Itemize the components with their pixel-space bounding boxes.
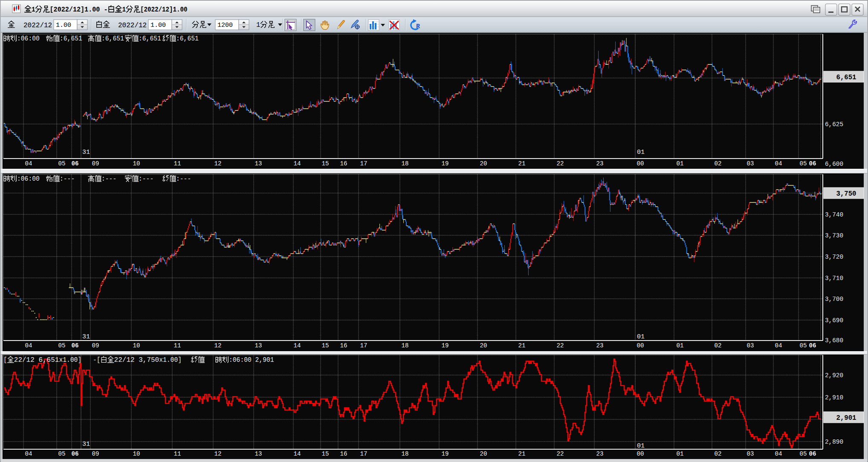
svg-text:3,710: 3,710 (825, 275, 843, 282)
svg-text:17: 17 (360, 450, 367, 458)
svg-text:23: 23 (596, 160, 604, 167)
svg-text:13: 13 (255, 160, 262, 167)
svg-text:01: 01 (677, 450, 684, 458)
svg-text:1: 1 (32, 6, 35, 14)
svg-text:17: 17 (360, 342, 367, 349)
svg-text:3,740: 3,740 (825, 211, 843, 219)
svg-text:2022/12: 2022/12 (118, 22, 147, 29)
svg-text:01: 01 (637, 333, 645, 341)
svg-text:01: 01 (677, 160, 684, 167)
svg-text:[2022/12]1.00 -: [2022/12]1.00 - (50, 6, 108, 14)
svg-text:20: 20 (480, 342, 487, 349)
svg-text::---: :--- (139, 175, 153, 183)
svg-text:1.00]: 1.00] (163, 356, 182, 364)
svg-text:31: 31 (82, 441, 90, 448)
svg-text:18: 18 (402, 450, 409, 458)
svg-text:3,720: 3,720 (825, 254, 843, 261)
svg-text:6,600: 6,600 (825, 161, 843, 168)
svg-text:03: 03 (747, 342, 754, 349)
svg-text::---: :--- (101, 175, 116, 183)
svg-text:04: 04 (775, 160, 782, 167)
svg-text:04: 04 (775, 450, 782, 458)
svg-text:2,890: 2,890 (825, 439, 843, 446)
svg-text:05: 05 (800, 450, 807, 458)
svg-text::06:00: :06:00 (17, 35, 40, 43)
svg-text:21: 21 (518, 342, 526, 349)
svg-text:15: 15 (322, 450, 329, 458)
svg-text:05: 05 (800, 160, 807, 167)
svg-text:2,920: 2,920 (825, 372, 843, 379)
svg-text:01: 01 (677, 342, 684, 349)
svg-text:03: 03 (747, 450, 754, 458)
svg-text:3,730: 3,730 (825, 232, 843, 240)
svg-text:6,625: 6,625 (825, 121, 843, 128)
svg-text:1.00]: 1.00] (63, 356, 81, 364)
svg-text:20: 20 (480, 450, 487, 458)
svg-text:09: 09 (92, 450, 99, 458)
svg-text:15: 15 (322, 160, 329, 167)
svg-text:16: 16 (340, 450, 347, 458)
svg-text:20: 20 (480, 160, 487, 167)
svg-text:06: 06 (809, 160, 816, 167)
svg-text:04: 04 (25, 160, 32, 167)
svg-text:22: 22 (557, 342, 564, 349)
svg-text:31: 31 (82, 149, 90, 156)
svg-text:17: 17 (360, 160, 367, 167)
svg-text:-[: -[ (93, 356, 101, 364)
svg-text:10: 10 (133, 342, 140, 349)
svg-text:19: 19 (442, 342, 449, 349)
svg-text:09: 09 (92, 342, 99, 349)
svg-text:16: 16 (340, 160, 347, 167)
svg-text:[2022/12]1.00: [2022/12]1.00 (140, 6, 188, 14)
svg-text::6,651: :6,651 (60, 35, 82, 43)
svg-text:21: 21 (518, 450, 526, 458)
svg-text:03: 03 (747, 160, 754, 167)
svg-text:2,901: 2,901 (836, 414, 856, 422)
svg-text:22: 22 (557, 450, 564, 458)
svg-text:05: 05 (58, 160, 66, 167)
svg-text:06: 06 (72, 160, 79, 167)
svg-text:10: 10 (133, 160, 140, 167)
svg-text:12: 12 (214, 342, 222, 349)
svg-text:18: 18 (402, 342, 409, 349)
svg-text:3,700: 3,700 (825, 296, 843, 303)
svg-text::---: :--- (60, 175, 75, 183)
svg-text:05: 05 (58, 450, 66, 458)
svg-text:06: 06 (809, 450, 816, 458)
svg-text:14: 14 (294, 160, 301, 167)
svg-text:22/12 3,750: 22/12 3,750 (114, 356, 159, 364)
svg-text:11: 11 (174, 450, 181, 458)
svg-text:3,750: 3,750 (836, 190, 856, 198)
svg-text:14: 14 (294, 450, 301, 458)
svg-text:12: 12 (214, 160, 222, 167)
svg-text:13: 13 (255, 342, 262, 349)
svg-text:18: 18 (402, 160, 409, 167)
svg-text:3,690: 3,690 (825, 317, 843, 324)
svg-text::---: :--- (176, 175, 191, 183)
svg-text:R: R (416, 23, 420, 30)
svg-text:04: 04 (775, 342, 782, 349)
svg-text:19: 19 (442, 450, 449, 458)
svg-text:2022/12: 2022/12 (23, 22, 52, 29)
svg-text:09: 09 (92, 160, 99, 167)
svg-text:11: 11 (174, 160, 181, 167)
svg-text:1200: 1200 (217, 22, 233, 29)
svg-text:1.00: 1.00 (150, 22, 166, 29)
svg-text:19: 19 (442, 160, 449, 167)
svg-text:[: [ (3, 356, 7, 364)
svg-text::6,651: :6,651 (139, 35, 161, 43)
svg-text:02: 02 (715, 342, 722, 349)
svg-text:22: 22 (557, 160, 564, 167)
svg-text:x: x (59, 356, 63, 364)
svg-text:01: 01 (637, 149, 645, 156)
svg-text:15: 15 (322, 342, 329, 349)
svg-text::6,651: :6,651 (101, 35, 124, 43)
svg-text:21: 21 (518, 160, 526, 167)
svg-text:31: 31 (82, 333, 90, 341)
svg-text:23: 23 (596, 342, 604, 349)
svg-text:02: 02 (715, 450, 722, 458)
svg-text:22/12 6,651: 22/12 6,651 (14, 356, 59, 364)
svg-text:1: 1 (256, 21, 260, 29)
svg-text:06: 06 (72, 342, 79, 349)
svg-text:02: 02 (715, 160, 722, 167)
